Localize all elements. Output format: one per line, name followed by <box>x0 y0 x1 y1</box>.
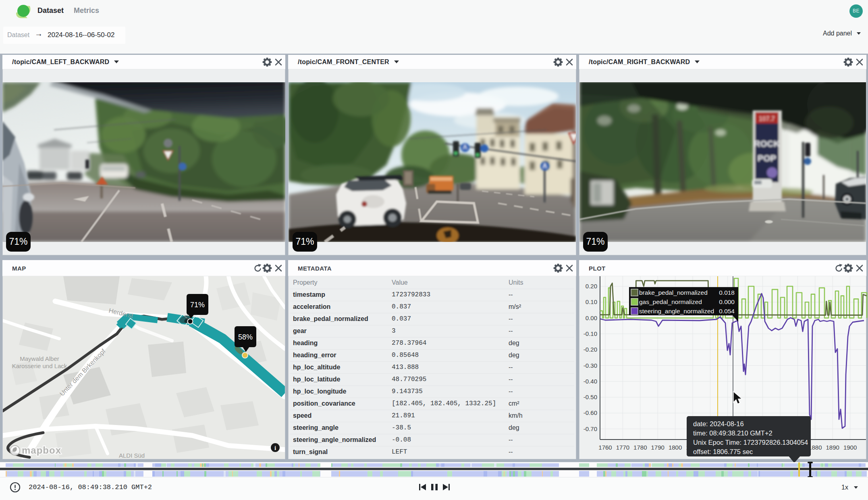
svg-text:offset: 1806.775 sec: offset: 1806.775 sec <box>693 448 753 455</box>
svg-text:0.00: 0.00 <box>586 315 597 321</box>
svg-text:1760: 1760 <box>598 444 612 451</box>
svg-text:-0.50: -0.50 <box>584 394 597 400</box>
svg-text:Maywald Alber: Maywald Alber <box>20 355 59 362</box>
svg-text:Unix Epoc Time: 1723792826.130: Unix Epoc Time: 1723792826.1304054 <box>693 439 808 446</box>
svg-text:brake_pedal_normalized: brake_pedal_normalized <box>639 289 708 296</box>
svg-text:1770: 1770 <box>616 444 629 451</box>
svg-text:1900: 1900 <box>843 444 857 451</box>
svg-text:-0.30: -0.30 <box>584 362 597 369</box>
svg-text:ALDI Süd: ALDI Süd <box>119 452 145 459</box>
svg-text:-0.60: -0.60 <box>584 409 597 416</box>
svg-text:1780: 1780 <box>633 444 647 451</box>
svg-text:71%: 71% <box>190 301 205 309</box>
svg-text:58%: 58% <box>238 333 253 341</box>
svg-text:107.7: 107.7 <box>759 115 775 122</box>
svg-text:-0.10: -0.10 <box>584 330 597 337</box>
svg-text:0.018: 0.018 <box>719 289 735 296</box>
svg-text:gas_pedal_normalized: gas_pedal_normalized <box>639 298 702 305</box>
svg-text:1890: 1890 <box>826 444 839 451</box>
svg-text:0.000: 0.000 <box>719 298 735 305</box>
svg-text:steering_angle_normalized: steering_angle_normalized <box>639 308 714 315</box>
svg-text:0.054: 0.054 <box>719 308 735 315</box>
svg-text:-0.70: -0.70 <box>584 425 597 432</box>
svg-text:1790: 1790 <box>651 444 664 451</box>
svg-text:time: 08:49:38.210 GMT+2: time: 08:49:38.210 GMT+2 <box>693 429 772 437</box>
svg-text:0.20: 0.20 <box>586 283 597 290</box>
svg-text:-0.40: -0.40 <box>584 378 597 385</box>
svg-text:date: 2024-08-16: date: 2024-08-16 <box>693 420 744 427</box>
svg-text:POP: POP <box>758 153 776 163</box>
svg-text:Karosserie und Lack: Karosserie und Lack <box>12 362 67 369</box>
svg-text:0.10: 0.10 <box>586 298 597 305</box>
svg-text:ROCK: ROCK <box>754 139 780 149</box>
svg-text:1800: 1800 <box>669 444 682 451</box>
svg-text:i: i <box>274 445 276 451</box>
svg-text:-0.20: -0.20 <box>584 346 597 353</box>
svg-text:mapbox: mapbox <box>22 445 61 456</box>
